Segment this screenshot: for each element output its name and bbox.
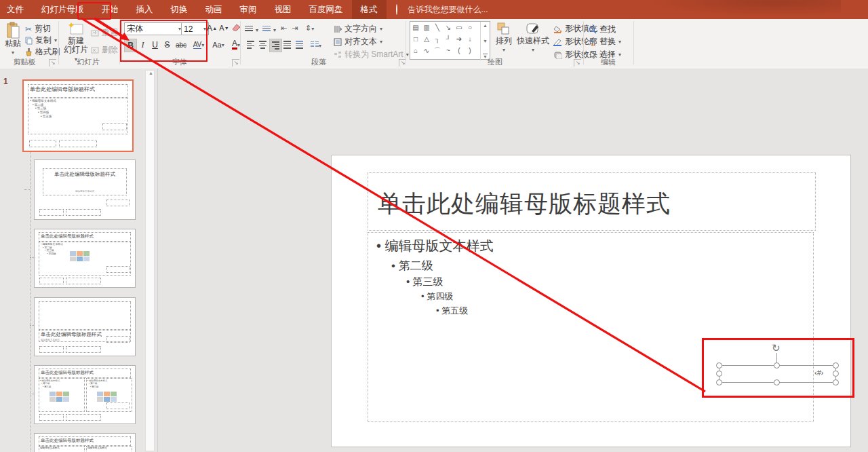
master-body-text: 编辑母版文本样式 第二级 第三级 第四级 第五级 [376,237,494,317]
drawing-dialog-launcher[interactable]: ↘ [574,59,581,67]
tell-me-assist[interactable]: 告诉我您想要做什么... [396,4,488,16]
tab-insert[interactable]: 插入 [127,0,162,19]
shrink-font-button[interactable]: A▼ [218,22,230,34]
tab-file[interactable]: 文件 [0,0,33,19]
line-spacing-button[interactable]: ⇕▾ [305,24,314,33]
numbering-button[interactable]: ▾ [262,24,276,34]
thumbnail-layout-two-content[interactable]: 单击此处编辑母版标题样式 编辑母版文本样式第二级第三级 编辑母版文本样式第二级第… [34,365,136,424]
shape-right-arrow-icon[interactable]: ➔ [454,33,465,45]
resize-handle-bottom-center[interactable] [774,379,780,385]
quick-styles-button[interactable]: 快速样式▾ [517,22,549,54]
thumbnail-layout-title-slide[interactable]: 单击此处编辑母版标题样式 编辑母版文本样式 [34,159,136,220]
distribute-icon [296,40,303,50]
group-label-slides: 幻灯片 [68,57,108,67]
paint-bucket-icon [553,25,562,33]
scroll-up-icon[interactable]: ▲ [483,23,488,28]
title-placeholder[interactable]: 单击此处编辑母版标题样式 [368,172,816,231]
shape-arrow-line-icon[interactable]: ↘ [443,22,454,33]
shape-down-arrow-icon[interactable]: ↓ [465,33,475,45]
tab-baidu-netdisk[interactable]: 百度网盘 [300,0,352,19]
shape-rectangle-icon[interactable]: ▭ [454,22,465,33]
underline-button[interactable]: U [149,39,161,51]
body-placeholder[interactable]: 编辑母版文本样式 第二级 第三级 第四级 第五级 [368,232,814,422]
shape-curve-icon[interactable]: ~ [443,45,454,56]
replace-button[interactable]: abac替换▾ [589,36,621,48]
shape-elbow1-icon[interactable]: ┐ [432,33,443,45]
resize-handle-bottom-left[interactable] [716,379,722,385]
decrease-indent-button[interactable]: ⇤ [281,24,287,33]
tab-format[interactable]: 格式 [352,0,387,19]
tab-animations[interactable]: 动画 [197,0,231,19]
shape-textbox-icon[interactable]: ▤ [410,22,421,33]
bold-button[interactable]: B [124,39,137,52]
strikethrough-button[interactable]: abc [174,39,189,51]
tab-review[interactable]: 审阅 [231,0,266,19]
character-spacing-button[interactable]: AV▾ [190,39,208,51]
delete-slide-button[interactable]: 删除 [91,44,118,56]
align-right-button[interactable] [269,39,282,52]
shape-oval-icon[interactable]: ○ [465,22,475,33]
distribute-button[interactable] [294,39,305,51]
shape-line-icon[interactable]: ╲ [432,22,443,33]
resize-handle-top-right[interactable] [833,362,839,369]
justify-button[interactable] [281,39,293,51]
convert-smartart-button[interactable]: 转换为 SmartArt▾ [334,49,409,60]
thumbnail-layout-section-header[interactable]: 单击此处编辑母版标题样式 编辑母版文本样式 [34,297,136,356]
thumbnail-master[interactable]: 单击此处编辑母版标题样式 编辑母版文本样式第二级第三级第四级第五级 [22,79,134,152]
paste-button[interactable]: 粘贴▾ [3,22,23,57]
powerpoint-slide-master-window: 文件 幻灯片母版 开始 插入 切换 动画 审阅 视图 百度网盘 格式 告诉我您想… [0,0,868,452]
copy-button[interactable]: 复制▾ [25,35,57,46]
tab-transitions[interactable]: 切换 [162,0,197,19]
arrange-button[interactable]: 排列▾ [493,22,515,54]
tab-view[interactable]: 视图 [266,0,300,19]
shape-brace-left-icon[interactable]: ( [454,45,465,56]
shape-freeform-icon[interactable]: ⌂ [410,45,421,56]
shape-vtextbox-icon[interactable]: ▥ [421,22,432,33]
shape-arc-icon[interactable]: ⌒ [432,45,443,56]
panel-scrollbar[interactable] [145,70,155,451]
titlebar-decoration [624,0,841,19]
scroll-down-icon[interactable]: ▼ [483,39,488,43]
align-text-button[interactable]: 对齐文本▾ [334,36,382,48]
rotation-handle-icon[interactable]: ↻ [772,343,781,353]
slide-master-editing-surface[interactable]: 单击此处编辑母版标题样式 编辑母版文本样式 第二级 第三级 第四级 第五级 20… [331,155,851,447]
align-center-button[interactable] [257,39,269,51]
tab-home[interactable]: 开始 [93,0,127,19]
italic-button[interactable]: I [137,39,149,51]
font-color-button[interactable]: A▾ [228,39,244,51]
shape-elbow2-icon[interactable]: ┘ [443,33,454,45]
align-center-icon [259,40,267,50]
tab-slide-master[interactable]: 幻灯片母版 [33,0,93,19]
resize-handle-top-left[interactable] [716,362,722,369]
shape-brace-right-icon[interactable]: ) [465,45,475,56]
resize-handle-bottom-right[interactable] [833,379,839,385]
shape-gallery[interactable]: ▤▥╲↘▭○□△┐┘➔↓⌂∿⌒~() ▲▼▼ [410,21,490,60]
font-family-select[interactable]: 宋体▾ [124,22,184,35]
thumbnail-layout-title-content[interactable]: 单击此处编辑母版标题样式 编辑母版文本样式第二级第三级第四级 [34,229,136,288]
shape-gallery-scroll[interactable]: ▲▼▼ [480,22,490,60]
shape-triangle-icon[interactable]: △ [421,33,432,45]
align-left-button[interactable] [245,39,256,51]
increase-indent-button[interactable]: ⇥ [292,24,298,33]
shape-rounded-rect-icon[interactable]: □ [410,33,421,45]
resize-handle-top-center[interactable] [774,362,780,369]
font-dialog-launcher[interactable]: ↘ [232,59,239,67]
format-painter-button[interactable]: 格式刷 [25,46,60,58]
resize-handle-mid-right[interactable] [833,371,839,377]
resize-handle-mid-left[interactable] [716,371,722,377]
bullets-button[interactable]: ▾ [245,24,258,34]
grow-font-button[interactable]: A▲ [206,22,218,34]
font-size-select[interactable]: 12▾ [181,22,209,35]
thumbnail-layout-comparison[interactable]: 单击此处编辑母版标题样式 编辑母版文本样式 编辑母版文本样式 [34,433,136,452]
shadow-strike-button[interactable]: S [161,39,173,51]
columns-button[interactable]: ▾ [311,40,321,50]
cut-button[interactable]: ✂剪切 [25,23,51,35]
reset-slide-button[interactable]: 重置 [91,27,118,39]
shape-scribble-icon[interactable]: ∿ [421,45,432,56]
find-button[interactable]: 查找 [589,24,616,35]
text-direction-button[interactable]: 文字方向▾ [334,23,382,35]
clipboard-icon [6,22,20,39]
scrollbar-up-icon[interactable]: ▲ [149,71,153,75]
change-case-button[interactable]: Aa▾ [210,39,226,51]
clipboard-dialog-launcher[interactable]: ↘ [49,59,56,67]
